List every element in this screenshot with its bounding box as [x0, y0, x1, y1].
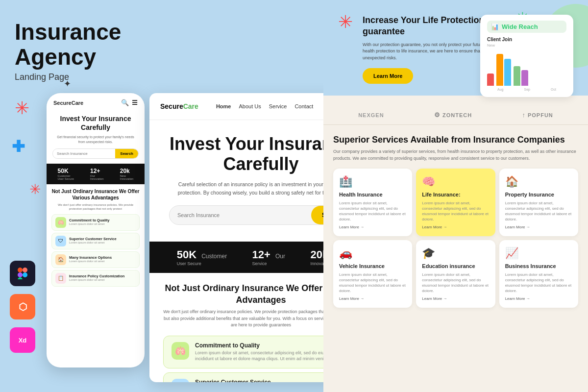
- feature-policy-title: Insurance Policy Customization: [69, 274, 124, 278]
- chart-x-labels: Aug Sep Oct: [487, 88, 566, 91]
- life-title: Life Insurance:: [422, 191, 489, 198]
- bar-chart: [487, 51, 566, 86]
- feature-service-title: Superior Customer Service: [69, 237, 117, 241]
- feature-quality-title: Commitment to Quality: [69, 218, 110, 222]
- mobile-feature-list: 🫁 Commitment to Quality Lorem ipsum dolo…: [47, 214, 145, 287]
- mobile-advantages-title: Not Just Ordinary Insurance We Offer Var…: [47, 184, 145, 203]
- service-business: 📈 Business Insurance Lorem ipsum dolor s…: [499, 240, 578, 308]
- web-nav: Home About Us Service Contact: [216, 103, 313, 109]
- title-block: Insurance Agency Landing Page: [15, 20, 137, 82]
- svg-rect-0: [18, 268, 23, 272]
- vehicle-title: Vehicle Insurance: [339, 263, 406, 270]
- brand-nexgen: NEXGEN: [358, 112, 384, 118]
- mobile-feature-4: 📋 Insurance Policy Customization Lorem i…: [51, 270, 140, 287]
- nav-contact[interactable]: Contact: [294, 103, 313, 109]
- service-icon: 🛡: [172, 379, 189, 382]
- service-vehicle: 🚗 Vehicle Insurance Lorem ipsum dolor si…: [333, 240, 412, 308]
- nav-home[interactable]: Home: [216, 103, 231, 109]
- feature-options-title: Many Insurance Options: [69, 255, 112, 260]
- services-grid: 🏥 Health Insurance Lorem ipsum dolor sit…: [333, 169, 578, 308]
- chart-subtitle: New: [487, 43, 566, 48]
- business-link[interactable]: Learn More: [505, 296, 572, 301]
- star-outline-icon: ✦: [64, 78, 71, 89]
- feature-service-sub: Lorem ipsum dolor sit amet: [69, 241, 117, 245]
- health-title: Health Insurance: [339, 191, 406, 198]
- feature-policy-sub: Lorem ipsum dolor sit amet: [69, 278, 124, 282]
- svg-rect-2: [18, 272, 23, 277]
- life-link[interactable]: Learn More: [422, 225, 489, 229]
- business-title: Business Insurance: [505, 263, 572, 270]
- bar-red: [487, 74, 494, 86]
- mobile-advantages-sub: We don't just offer ordinary insurance p…: [47, 203, 145, 214]
- bar-group-1: [487, 74, 494, 86]
- service-education: 🎓 Education insurance Lorem ipsum dolor …: [416, 240, 495, 308]
- figma-icon: [10, 261, 35, 286]
- svg-point-4: [23, 272, 27, 277]
- right-panel: ✳ Increase Your Life Protection with Our…: [323, 0, 588, 392]
- svg-rect-3: [18, 277, 23, 279]
- business-icon: 📈: [505, 247, 572, 260]
- left-panel: Insurance Agency Landing Page ✳ ✚ ✦ ✦ ✳ …: [0, 0, 152, 392]
- feature-quality-icon: 🫁: [55, 217, 66, 228]
- cross-blue-icon: ✚: [12, 137, 25, 156]
- search-icon: 🔍: [121, 99, 129, 106]
- mobile-feature-2: 🛡 Superior Customer Service Lorem ipsum …: [51, 233, 140, 249]
- wide-reach-badge: 📊 Wide Reach: [487, 21, 566, 33]
- sketch-icon: ⬡: [10, 294, 35, 319]
- life-icon: 🧠: [422, 175, 489, 188]
- vehicle-text: Lorem ipsum dolor sit amet, consectetur …: [339, 272, 406, 294]
- feature-options-icon: 🏠: [55, 254, 66, 265]
- svg-rect-1: [23, 268, 27, 272]
- brand-logos: NEXGEN ZONTECH POPFUN: [323, 105, 588, 125]
- learn-more-button[interactable]: Learn More: [363, 68, 413, 84]
- education-link[interactable]: Learn More: [422, 296, 489, 301]
- web-search-input[interactable]: [170, 206, 311, 224]
- vehicle-link[interactable]: Learn More: [339, 296, 406, 301]
- stats-widget: 📊 Wide Reach Client Join New Aug Sep Oct: [480, 15, 573, 97]
- bar-purple: [521, 70, 528, 86]
- property-icon: 🏠: [505, 175, 572, 188]
- asterisk-red2-icon: ✳: [29, 181, 41, 197]
- service-life: 🧠 Life Insurance: Lorem ipsum dolor sit …: [416, 169, 495, 236]
- nav-service[interactable]: Service: [269, 103, 287, 109]
- menu-icon: ☰: [132, 99, 138, 106]
- asterisk-red-icon: ✳: [15, 98, 29, 119]
- chart-title: Client Join: [487, 37, 566, 42]
- bar-orange: [496, 54, 503, 86]
- business-text: Lorem ipsum dolor sit amet, consectetur …: [505, 272, 572, 294]
- chart-icon: 📊: [491, 23, 499, 30]
- web-stat-1: 50K Customer User Secure: [177, 248, 227, 266]
- brand-zontech: ZONTECH: [434, 111, 472, 119]
- page-title: Insurance Agency: [15, 20, 137, 69]
- feature-quality-sub: Lorem ipsum dolor sit amet: [69, 222, 110, 226]
- health-icon: 🏥: [339, 175, 406, 188]
- property-link[interactable]: Learn More: [505, 225, 572, 229]
- mobile-stat-3: 20k NewInnovation: [120, 168, 134, 180]
- brand-popfun: POPFUN: [522, 111, 553, 119]
- education-icon: 🎓: [422, 247, 489, 260]
- property-text: Lorem ipsum dolor sit amet, consectetur …: [505, 200, 572, 222]
- nav-about[interactable]: About Us: [239, 103, 261, 109]
- web-stat-2: 12+ Our Service: [252, 248, 285, 266]
- bar-group-2: [496, 54, 511, 86]
- education-text: Lorem ipsum dolor sit amet, consectetur …: [422, 272, 489, 294]
- property-title: Property Insurance: [505, 191, 572, 198]
- service-health: 🏥 Health Insurance Lorem ipsum dolor sit…: [333, 169, 412, 236]
- bar-green: [514, 66, 520, 86]
- mobile-mockup: SecureCare 🔍 ☰ Invest Your Insurance Car…: [47, 93, 145, 368]
- mobile-logo: SecureCare: [53, 100, 83, 106]
- mobile-search-input[interactable]: [53, 149, 115, 158]
- feature-service-icon: 🛡: [55, 236, 66, 246]
- bar-blue: [504, 59, 511, 86]
- mobile-search-button[interactable]: Search: [115, 149, 138, 158]
- mobile-feature-3: 🏠 Many Insurance Options Lorem ipsum dol…: [51, 251, 140, 268]
- mobile-hero-sub: Get financial security to protect your f…: [47, 135, 145, 148]
- wide-reach-label: Wide Reach: [502, 23, 538, 30]
- health-link[interactable]: Learn More: [339, 225, 406, 229]
- mobile-hero-title: Invest Your Insurance Carefully: [47, 109, 145, 135]
- mobile-search-bar[interactable]: Search: [52, 148, 139, 159]
- mobile-stat-1: 50K CustomerUser Secure: [58, 168, 74, 180]
- service-property: 🏠 Property Insurance Lorem ipsum dolor s…: [499, 169, 578, 236]
- xd-icon: Xd: [10, 327, 35, 353]
- feature-options-sub: Lorem ipsum dolor sit amet: [69, 260, 112, 264]
